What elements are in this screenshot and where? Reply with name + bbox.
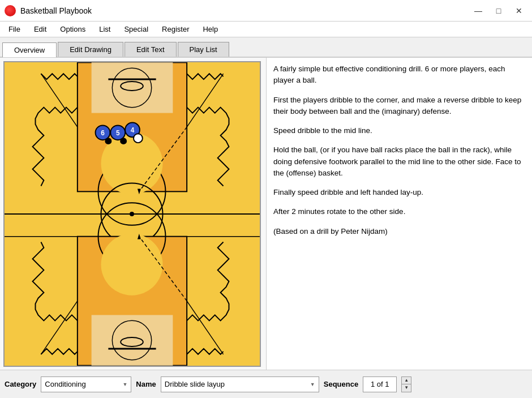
sequence-down-button[interactable]: ▼ — [402, 384, 411, 392]
sequence-label: Sequence — [324, 380, 358, 388]
menu-bar: File Edit Options List Special Register … — [0, 22, 532, 37]
sequence-spinner: ▲ ▼ — [401, 376, 411, 392]
svg-point-48 — [120, 138, 127, 144]
category-label: Category — [5, 380, 36, 388]
svg-point-30 — [101, 234, 162, 296]
description-p1: A fairly simple but effective conditioni… — [273, 63, 525, 87]
menu-help[interactable]: Help — [196, 23, 224, 36]
description-p3: Speed dribble to the mid line. — [273, 125, 525, 136]
name-label: Name — [136, 380, 156, 388]
svg-point-47 — [105, 138, 111, 144]
svg-point-6 — [112, 68, 151, 107]
maximize-button[interactable]: □ — [490, 5, 507, 17]
tabs-bar: Overview Edit Drawing Edit Text Play Lis… — [0, 37, 532, 58]
title-bar-controls: — □ ✕ — [470, 5, 527, 17]
menu-edit[interactable]: Edit — [28, 23, 53, 36]
text-panel: A fairly simple but effective conditioni… — [266, 58, 532, 370]
court-container: 6 5 4 1 2 3 — [3, 61, 261, 367]
tab-overview[interactable]: Overview — [2, 42, 57, 57]
svg-point-49 — [134, 134, 143, 143]
category-combo[interactable]: Conditioning ▼ — [41, 376, 131, 392]
svg-point-13 — [130, 212, 134, 216]
name-arrow-icon: ▼ — [310, 382, 315, 387]
svg-text:4: 4 — [131, 126, 135, 134]
app-title: Basketball Playbook — [20, 6, 92, 15]
tab-edit-text[interactable]: Edit Text — [125, 42, 177, 57]
tab-play-list[interactable]: Play List — [178, 42, 229, 57]
description-p7: (Based on a drill by Peter Nijdam) — [273, 226, 525, 237]
menu-file[interactable]: File — [2, 23, 27, 36]
svg-point-32 — [112, 320, 151, 360]
status-bar: Category Conditioning ▼ Name Dribble sli… — [0, 370, 532, 398]
name-combo[interactable]: Dribble slide layup ▼ — [161, 376, 319, 392]
minimize-button[interactable]: — — [470, 5, 487, 17]
title-bar-left: Basketball Playbook — [5, 5, 92, 16]
category-value: Conditioning — [45, 380, 85, 388]
svg-text:6: 6 — [101, 129, 105, 137]
menu-list[interactable]: List — [93, 23, 117, 36]
menu-options[interactable]: Options — [54, 23, 92, 36]
title-bar: Basketball Playbook — □ ✕ — [0, 0, 532, 22]
description-p6: After 2 minutes rotate to the other side… — [273, 206, 525, 217]
category-arrow-icon: ▼ — [122, 382, 127, 387]
court-svg: 6 5 4 1 2 3 — [5, 62, 260, 366]
tab-edit-drawing[interactable]: Edit Drawing — [58, 42, 123, 57]
description-p4: Hold the ball, (or if you have ball rack… — [273, 144, 525, 179]
name-value: Dribble slide layup — [165, 380, 225, 388]
svg-text:5: 5 — [116, 129, 120, 137]
description-p2: First the players dribble to the corner,… — [273, 95, 525, 118]
close-button[interactable]: ✕ — [510, 5, 527, 17]
sequence-up-button[interactable]: ▲ — [402, 377, 411, 385]
main-content: 6 5 4 1 2 3 — [0, 58, 532, 370]
menu-register[interactable]: Register — [156, 23, 195, 36]
menu-special[interactable]: Special — [118, 23, 155, 36]
court-panel: 6 5 4 1 2 3 — [0, 58, 266, 370]
description-p5: Finally speed dribble and left handed la… — [273, 187, 525, 198]
sequence-value: 1 of 1 — [363, 376, 397, 392]
app-icon — [5, 5, 16, 16]
